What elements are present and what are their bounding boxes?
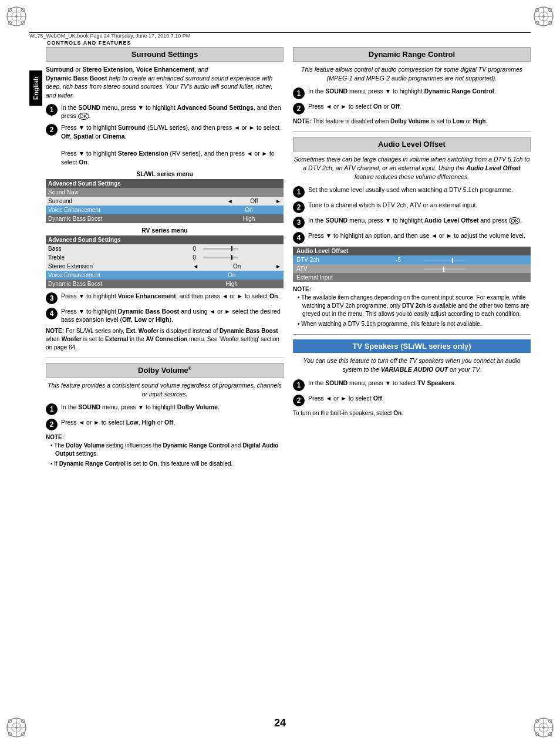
sl-wl-subheader: Sound Navi (46, 188, 284, 197)
step-number-2: 2 (46, 124, 58, 136)
section-divider-3 (293, 334, 531, 335)
alo-dtv2ch-slider-cell (420, 255, 531, 264)
rv-menu-table: Advanced Sound Settings Bass 0 Treble 0 (46, 235, 284, 288)
voice-empty-cell (273, 206, 284, 214)
tv-speakers-step1: 1 In the SOUND menu, press ▼ to select T… (293, 379, 531, 391)
sl-wl-row-bass: Dynamic Bass Boost High (46, 214, 284, 223)
rv-stereo-label: Stereo Extension (46, 262, 190, 271)
rv-stereo-arrow-right: ► (273, 262, 284, 271)
rv-bass-boost-empty (273, 280, 284, 288)
rv-stereo-arrow-left: ◄ (190, 262, 201, 271)
alo-header-cell: Audio Level Offset (293, 247, 531, 255)
voice-value-cell: On (225, 206, 273, 214)
right-column: Dynamic Range Control This feature allow… (293, 47, 531, 709)
step-number-4: 4 (46, 308, 58, 319)
surround-note: NOTE: For SL/WL series only, Ext. Woofer… (46, 327, 284, 352)
alo-step3-text: In the SOUND menu, press ▼ to highlight … (308, 216, 531, 225)
dolby-note-2: • If Dynamic Range Control is set to On,… (50, 460, 284, 468)
alo-atv-slider-cell (420, 264, 531, 273)
drc-step2: 2 Press ◄ or ► to select On or Off. (293, 102, 531, 115)
corner-decoration-bl (5, 716, 28, 739)
file-info: WL75_WebOM_UK.book Page 24 Thursday, Jun… (29, 33, 190, 39)
surround-step3: 3 Press ▼ to highlight Voice Enhancement… (46, 292, 284, 304)
header-bar: WL75_WebOM_UK.book Page 24 Thursday, Jun… (29, 32, 531, 40)
rv-label: RV series menu (46, 227, 284, 234)
rv-voice-value: On (190, 271, 273, 280)
alo-row-dtv2ch: DTV 2ch -5 (293, 255, 531, 264)
alo-step1-text: Set the volume level usually used when w… (308, 186, 531, 194)
alo-row-external: External Input (293, 273, 531, 282)
dolby-note-1: • The Dolby Volume setting influences th… (50, 442, 284, 458)
rv-treble-value: 0 (190, 253, 201, 262)
alo-external-value (392, 273, 420, 282)
drc-step1: 1 In the SOUND menu, press ▼ to highligh… (293, 87, 531, 99)
surround-arrow-right: ► (273, 197, 284, 206)
rv-bass-label: Bass (46, 244, 190, 253)
alo-note-title: NOTE: (293, 285, 531, 294)
alo-atv-value (392, 264, 420, 273)
page-number: 24 (274, 717, 286, 729)
language-tab: English (29, 70, 42, 106)
surround-intro: Surround or Stereo Extension, Voice Enha… (46, 65, 284, 100)
surround-arrow-left: ◄ (225, 197, 235, 206)
section-divider-1 (46, 358, 284, 358)
alo-dtv2ch-value: -5 (392, 255, 420, 264)
drc-note: NOTE: This feature is disabled when Dolb… (293, 117, 531, 126)
rv-treble-label: Treble (46, 253, 190, 262)
alo-step-number-1: 1 (293, 186, 305, 198)
sl-wl-row-voice: Voice Enhancement On (46, 206, 284, 214)
bass-value-cell: High (225, 214, 273, 223)
drc-step1-text: In the SOUND menu, press ▼ to highlight … (308, 87, 531, 96)
rv-bass-handle (231, 246, 232, 251)
rv-row-treble: Treble 0 (46, 253, 284, 262)
corner-decoration-br (532, 716, 555, 739)
alo-header: Audio Level Offset (293, 247, 531, 255)
tv-speakers-step2: 2 Press ◄ or ► to select Off. (293, 394, 531, 406)
alo-dtv2ch-handle (452, 258, 453, 263)
rv-row-bass: Bass 0 (46, 244, 284, 253)
dolby-step-number-1: 1 (46, 403, 58, 415)
surround-step4: 4 Press ▼ to highlight Dynamic Bass Boos… (46, 307, 284, 324)
corner-decoration-tl (5, 5, 28, 28)
rv-header-cell: Advanced Sound Settings (46, 235, 284, 244)
rv-treble-slider-cell (201, 253, 284, 262)
rv-row-voice: Voice Enhancement On (46, 271, 284, 280)
step-number-3: 3 (46, 292, 58, 304)
alo-step-number-3: 3 (293, 217, 305, 228)
dolby-step2: 2 Press ◄ or ► to select Low, High or Of… (46, 418, 284, 430)
rv-row-stereo: Stereo Extension ◄ On ► (46, 262, 284, 271)
tv-speakers-step-number-2: 2 (293, 395, 305, 406)
surround-step2-text: Press ▼ to highlight Surround (SL/WL ser… (61, 123, 284, 166)
tv-speakers-section: TV Speakers (SL/WL series only) You can … (293, 339, 531, 417)
rv-row-bass-boost: Dynamic Bass Boost High (46, 280, 284, 288)
surround-step1: 1 In the SOUND menu, press ▼ to highligh… (46, 103, 284, 120)
rv-voice-label: Voice Enhancement (46, 271, 190, 280)
sl-wl-menu-table: Advanced Sound Settings Sound Navi Surro… (46, 179, 284, 223)
sl-wl-label: SL/WL series menu (46, 170, 284, 177)
rv-bass-boost-label: Dynamic Bass Boost (46, 280, 190, 288)
alo-atv-slider (424, 268, 465, 270)
rv-treble-slider (203, 257, 238, 258)
rv-bass-slider-cell (201, 244, 284, 253)
surround-step1-text: In the SOUND menu, press ▼ to highlight … (61, 103, 284, 120)
rv-stereo-value: On (201, 262, 273, 271)
registered-mark: ® (188, 366, 191, 371)
step-number-1: 1 (46, 104, 58, 116)
audio-level-section: Audio Level Offset Sometimes there can b… (293, 137, 531, 328)
bass-label-cell: Dynamic Bass Boost (46, 214, 225, 223)
dolby-note: NOTE: • The Dolby Volume setting influen… (46, 433, 284, 468)
surround-step3-text: Press ▼ to highlight Voice Enhancement, … (61, 292, 284, 301)
bass-empty-cell (273, 214, 284, 223)
alo-external-empty (420, 273, 531, 282)
drc-step2-text: Press ◄ or ► to select On or Off. (308, 102, 531, 111)
rv-treble-handle (231, 255, 232, 260)
dolby-note-title: NOTE: (46, 433, 284, 442)
sl-wl-subheader-cell: Sound Navi (46, 188, 284, 197)
sl-wl-row-surround: Surround ◄ Off ► (46, 197, 284, 206)
dolby-step-number-2: 2 (46, 419, 58, 430)
alo-note-1: • The available item changes depending o… (298, 294, 531, 318)
alo-step4-text: Press ▼ to highlight an option, and then… (308, 231, 531, 240)
surround-step2: 2 Press ▼ to highlight Surround (SL/WL s… (46, 123, 284, 166)
dynamic-range-title: Dynamic Range Control (293, 47, 531, 62)
alo-row-atv: ATV (293, 264, 531, 273)
